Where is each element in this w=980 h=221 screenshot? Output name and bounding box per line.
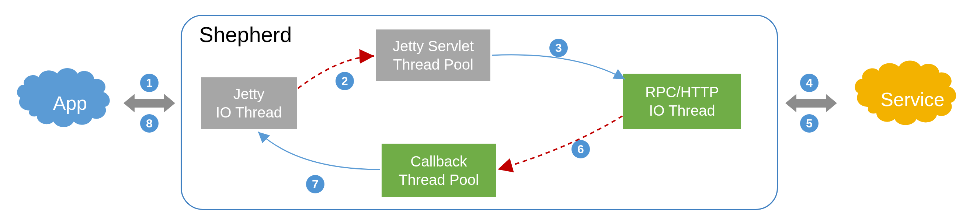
badge-6: 6 [571, 140, 590, 158]
shepherd-title: Shepherd [199, 22, 292, 47]
cloud-app: App [15, 66, 126, 140]
badge-3: 3 [549, 39, 568, 57]
cloud-app-label: App [53, 92, 88, 114]
box-jetty-io-line2: IO Thread [216, 103, 282, 122]
box-rpc-line2: IO Thread [649, 101, 715, 120]
svg-marker-1 [785, 94, 837, 112]
box-callback-line2: Thread Pool [399, 170, 479, 189]
badge-4: 4 [800, 74, 819, 92]
box-rpc-line1: RPC/HTTP [645, 83, 719, 101]
box-jetty-servlet-line2: Thread Pool [393, 55, 473, 74]
diagram-canvas: App Service Shepherd Jetty IO Thread Jet… [0, 0, 980, 221]
svg-marker-0 [124, 94, 175, 112]
box-jetty-io: Jetty IO Thread [201, 77, 297, 129]
arrow-app-shepherd [124, 92, 175, 114]
box-jetty-servlet: Jetty Servlet Thread Pool [376, 29, 490, 81]
cloud-service: Service [852, 59, 974, 140]
arrow-shepherd-service [785, 92, 837, 114]
box-rpc: RPC/HTTP IO Thread [623, 74, 741, 129]
badge-7: 7 [306, 175, 325, 193]
box-jetty-servlet-line1: Jetty Servlet [393, 37, 474, 55]
box-callback-line1: Callback [410, 152, 467, 170]
box-jetty-io-line1: Jetty [233, 85, 264, 103]
box-callback: Callback Thread Pool [382, 144, 496, 197]
badge-1: 1 [140, 74, 159, 92]
badge-2: 2 [336, 72, 354, 90]
badge-8: 8 [140, 114, 159, 133]
cloud-service-label: Service [880, 88, 944, 110]
badge-5: 5 [800, 114, 819, 133]
